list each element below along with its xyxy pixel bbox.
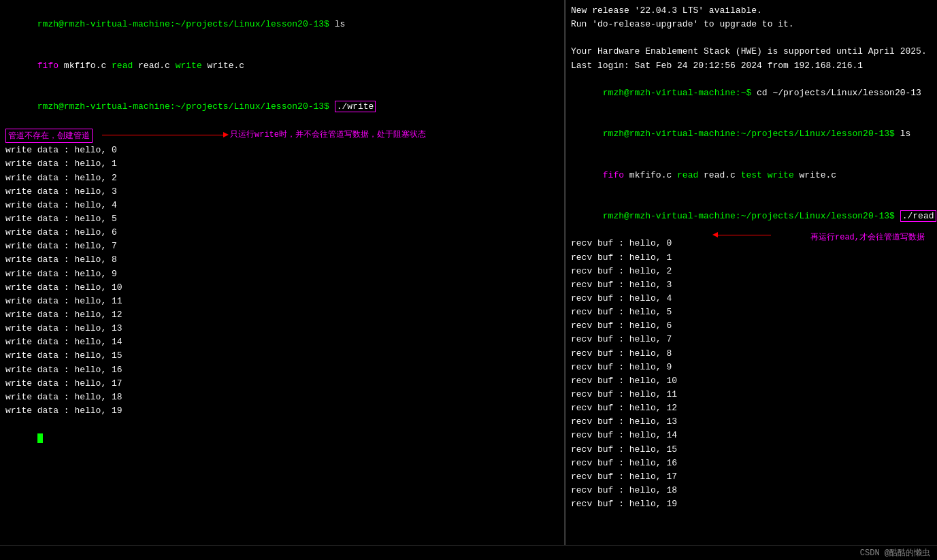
recv-line-9: recv buf : hello, 9 (571, 361, 932, 374)
write-line-15: write data : hello, 15 (5, 349, 559, 363)
footer-label: CSDN @酷酷的懒虫 (860, 548, 930, 558)
annotation-blocked: 只运行write时，并不会往管道写数据，处于阻塞状态 (230, 129, 426, 140)
recv-line-2: recv buf : hello, 2 (571, 265, 932, 278)
recv-line-14: recv buf : hello, 14 (571, 429, 932, 442)
right-prompt-read: rmzh@rmzh-virtual-machine:~/projects/Lin… (571, 196, 932, 237)
recv-line-16: recv buf : hello, 16 (571, 457, 932, 470)
recv-line-7: recv buf : hello, 7 (571, 333, 932, 346)
recv-line-11: recv buf : hello, 11 (571, 388, 932, 401)
left-cursor-line (5, 418, 559, 459)
write-line-13: write data : hello, 13 (5, 322, 559, 335)
write-line-12: write data : hello, 12 (5, 308, 559, 322)
notice-4: Your Hardware Enablement Stack (HWE) is … (571, 45, 932, 59)
write-line-1: write data : hello, 1 (5, 157, 559, 171)
write-line-10: write data : hello, 10 (5, 281, 559, 295)
right-prompt-cd: rmzh@rmzh-virtual-machine:~$ cd ~/projec… (571, 73, 932, 114)
arrow-read-line (717, 235, 771, 235)
right-terminal[interactable]: New release '22.04.3 LTS' available. Run… (565, 0, 937, 545)
notice-1: New release '22.04.3 LTS' available. (571, 4, 932, 18)
left-terminal[interactable]: rmzh@rmzh-virtual-machine:~/projects/Lin… (0, 0, 565, 545)
left-prompt-ls: rmzh@rmzh-virtual-machine:~/projects/Lin… (5, 4, 559, 45)
write-line-5: write data : hello, 5 (5, 212, 559, 226)
write-line-9: write data : hello, 9 (5, 267, 559, 281)
recv-line-10: recv buf : hello, 10 (571, 374, 932, 388)
write-line-16: write data : hello, 16 (5, 363, 559, 377)
notice-3 (571, 31, 932, 45)
recv-line-15: recv buf : hello, 15 (571, 443, 932, 457)
annotation-row: 管道不存在，创建管道 只运行write时，并不会往管道写数据，处于阻塞状态 (5, 127, 559, 142)
write-line-8: write data : hello, 8 (5, 253, 559, 267)
recv-0-row: recv buf : hello, 0 再运行read,才会往管道写数据 (571, 237, 932, 250)
recv-line-13: recv buf : hello, 13 (571, 415, 932, 429)
recv-line-6: recv buf : hello, 6 (571, 319, 932, 333)
recv-line-12: recv buf : hello, 12 (571, 401, 932, 415)
recv-line-8: recv buf : hello, 8 (571, 347, 932, 361)
write-line-18: write data : hello, 18 (5, 391, 559, 404)
write-line-14: write data : hello, 14 (5, 335, 559, 349)
recv-line-19: recv buf : hello, 19 (571, 497, 932, 511)
footer: CSDN @酷酷的懒虫 (0, 545, 937, 560)
recv-line-17: recv buf : hello, 17 (571, 470, 932, 484)
notice-5: Last login: Sat Feb 24 20:12:56 2024 fro… (571, 59, 932, 73)
write-line-6: write data : hello, 6 (5, 226, 559, 240)
write-line-7: write data : hello, 7 (5, 240, 559, 253)
arrow-head (223, 132, 229, 137)
annotation-create: 管道不存在，创建管道 (5, 129, 93, 143)
recv-line-18: recv buf : hello, 18 (571, 484, 932, 497)
write-line-3: write data : hello, 3 (5, 185, 559, 199)
recv-line-3: recv buf : hello, 3 (571, 278, 932, 292)
left-ls-output: fifo mkfifo.c read read.c write write.c (5, 45, 559, 86)
notice-2: Run 'do-release-upgrade' to upgrade to i… (571, 18, 932, 31)
recv-line-4: recv buf : hello, 4 (571, 292, 932, 306)
write-data-lines: write data : hello, 0 write data : hello… (5, 144, 559, 418)
right-ls-output: fifo mkfifo.c read read.c test write wri… (571, 155, 932, 196)
recv-line-1: recv buf : hello, 1 (571, 251, 932, 265)
write-line-17: write data : hello, 17 (5, 377, 559, 391)
recv-line-5: recv buf : hello, 5 (571, 306, 932, 319)
left-prompt-write: rmzh@rmzh-virtual-machine:~/projects/Lin… (5, 86, 559, 127)
write-line-11: write data : hello, 11 (5, 295, 559, 308)
write-line-19: write data : hello, 19 (5, 404, 559, 418)
write-line-0: write data : hello, 0 (5, 144, 559, 157)
left-cursor (37, 433, 43, 443)
annotation-read-label: 再运行read,才会往管道写数据 (810, 231, 925, 243)
arrow-line (102, 135, 225, 135)
arrow-read-head (712, 232, 718, 237)
write-line-4: write data : hello, 4 (5, 199, 559, 212)
recv-data-lines: recv buf : hello, 1 recv buf : hello, 2 … (571, 251, 932, 512)
right-prompt-ls: rmzh@rmzh-virtual-machine:~/projects/Lin… (571, 114, 932, 154)
write-line-2: write data : hello, 2 (5, 171, 559, 185)
